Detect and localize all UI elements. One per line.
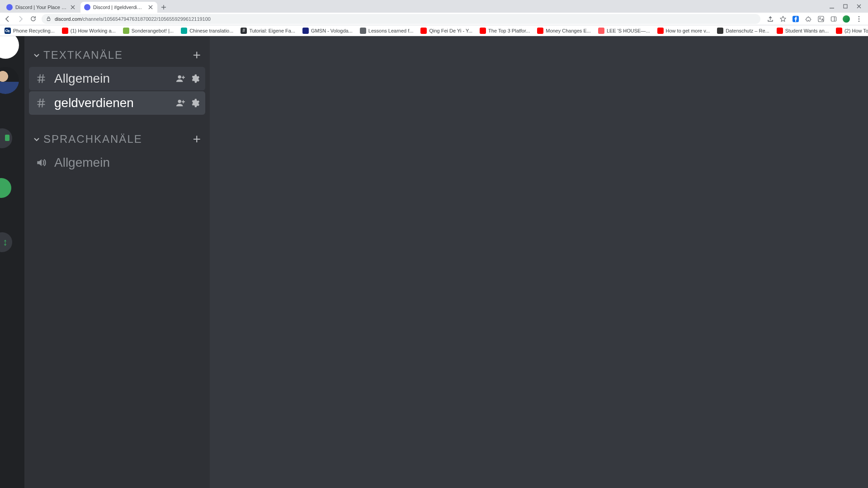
svg-point-11 — [178, 100, 181, 103]
bookmark-item[interactable]: Sonderangebot! |... — [120, 27, 176, 35]
bookmark-item[interactable]: Lessons Learned f... — [357, 27, 416, 35]
extensions-icon[interactable] — [805, 15, 812, 23]
svg-point-0 — [6, 4, 13, 10]
kebab-menu-icon[interactable] — [855, 15, 863, 23]
share-icon[interactable] — [767, 15, 774, 23]
bookmark-label: How to get more v... — [666, 28, 710, 33]
bookmark-label: Qing Fei De Yi - Y... — [429, 28, 472, 33]
svg-rect-5 — [818, 16, 824, 22]
server-download[interactable] — [0, 232, 12, 252]
discord-app: TEXTKANÄLE+AllgemeingeldverdienenSPRACHK… — [0, 36, 868, 488]
profile-avatar[interactable] — [843, 15, 850, 23]
bookmark-label: (1) How Working a... — [71, 28, 116, 33]
bookmark-label: Student Wants an... — [785, 28, 829, 33]
bookmarks-bar: O₂Phone Recycling...(1) How Working a...… — [0, 25, 868, 36]
bookmark-item[interactable]: LEE 'S HOUSE—... — [595, 27, 653, 35]
bookmark-label: Chinese translatio... — [189, 28, 233, 33]
channel-category-header[interactable]: SPRACHKANÄLE+ — [29, 128, 205, 150]
channel-category-header[interactable]: TEXTKANÄLE+ — [29, 44, 205, 66]
bookmark-item[interactable]: The Top 3 Platfor... — [477, 27, 533, 35]
reload-button[interactable] — [29, 15, 37, 23]
bookmark-favicon — [537, 28, 543, 34]
bookmark-favicon — [360, 28, 366, 34]
forward-button[interactable] — [16, 15, 24, 23]
svg-rect-3 — [47, 19, 50, 21]
bookmark-item[interactable]: #Tutorial: Eigene Fa... — [238, 27, 298, 35]
maximize-icon[interactable] — [843, 4, 848, 9]
toolbar-actions — [765, 15, 864, 23]
close-icon[interactable] — [70, 4, 76, 10]
bookmark-favicon — [420, 28, 427, 34]
bookmark-label: LEE 'S HOUSE—... — [607, 28, 650, 33]
bookmark-item[interactable]: Money Changes E... — [534, 27, 594, 35]
hash-icon — [34, 97, 48, 109]
discord-favicon — [6, 4, 13, 10]
bookmark-favicon — [302, 28, 309, 34]
browser-tab-active[interactable]: Discord | #geldverdienen | Se — [80, 2, 157, 13]
gear-icon[interactable] — [190, 74, 200, 84]
side-panel-icon[interactable] — [830, 15, 837, 23]
bookmark-favicon — [777, 28, 783, 34]
bookmark-item[interactable]: Student Wants an... — [774, 27, 831, 35]
star-icon[interactable] — [779, 15, 787, 23]
bookmark-item[interactable]: (2) How To Add A... — [833, 27, 868, 35]
bookmark-favicon — [598, 28, 604, 34]
bookmark-label: Phone Recycling... — [13, 28, 55, 33]
hash-icon — [34, 73, 48, 84]
browser-tab[interactable]: Discord | Your Place to Talk an — [3, 2, 80, 13]
bookmark-favicon — [480, 28, 486, 34]
invite-icon[interactable] — [175, 98, 185, 108]
voice-channel[interactable]: Allgemein — [29, 151, 205, 174]
svg-point-9 — [859, 20, 860, 22]
bookmark-favicon — [123, 28, 129, 34]
svg-point-10 — [178, 75, 181, 79]
server-add[interactable] — [0, 128, 12, 148]
close-icon[interactable] — [147, 4, 154, 10]
category-name: TEXTKANÄLE — [43, 49, 190, 61]
browser-tabstrip: Discord | Your Place to Talk an Discord … — [0, 0, 868, 13]
bookmark-item[interactable]: (1) How Working a... — [59, 27, 118, 35]
bookmark-label: Lessons Learned f... — [368, 28, 414, 33]
address-bar[interactable]: discord.com/channels/1056547947631870022… — [42, 14, 760, 24]
gear-icon[interactable] — [190, 98, 200, 108]
bookmark-favicon: # — [241, 28, 247, 34]
bookmark-item[interactable]: GMSN - Vologda... — [300, 27, 355, 35]
svg-point-1 — [84, 4, 90, 10]
tab-title: Discord | #geldverdienen | Se — [93, 5, 145, 10]
create-channel-button[interactable]: + — [193, 51, 202, 60]
text-channel[interactable]: geldverdienen — [29, 91, 205, 115]
server-icon[interactable] — [0, 67, 19, 94]
new-tab-button[interactable] — [158, 2, 169, 13]
bookmark-label: (2) How To Add A... — [844, 28, 868, 33]
invite-icon[interactable] — [175, 74, 185, 84]
channel-name: geldverdienen — [54, 96, 169, 110]
channel-name: Allgemein — [54, 155, 200, 170]
bookmark-item[interactable]: Qing Fei De Yi - Y... — [418, 27, 475, 35]
minimize-icon[interactable] — [829, 4, 835, 9]
create-channel-button[interactable]: + — [193, 135, 202, 144]
tab-title: Discord | Your Place to Talk an — [15, 5, 67, 10]
svg-rect-2 — [844, 5, 847, 8]
server-explore[interactable] — [0, 178, 11, 198]
svg-rect-6 — [831, 17, 836, 21]
bookmark-item[interactable]: Chinese translatio... — [178, 27, 236, 35]
text-channel[interactable]: Allgemein — [29, 67, 205, 90]
svg-point-7 — [859, 16, 860, 17]
bookmark-label: Tutorial: Eigene Fa... — [249, 28, 295, 33]
bookmark-favicon — [181, 28, 187, 34]
discord-favicon — [84, 4, 90, 10]
close-window-icon[interactable] — [856, 4, 862, 9]
browser-toolbar: discord.com/channels/1056547947631870022… — [0, 13, 868, 25]
window-controls — [829, 0, 868, 13]
bookmark-label: Money Changes E... — [546, 28, 591, 33]
translate-icon[interactable] — [817, 15, 825, 23]
bookmark-item[interactable]: Datenschutz – Re... — [714, 27, 772, 35]
server-home[interactable] — [0, 36, 19, 59]
bookmark-item[interactable]: How to get more v... — [655, 27, 713, 35]
lock-icon — [46, 16, 51, 21]
bookmark-item[interactable]: O₂Phone Recycling... — [2, 27, 57, 35]
back-button[interactable] — [4, 15, 12, 23]
bookmark-label: The Top 3 Platfor... — [488, 28, 530, 33]
facebook-icon[interactable] — [792, 15, 799, 23]
bookmark-favicon — [62, 28, 68, 34]
